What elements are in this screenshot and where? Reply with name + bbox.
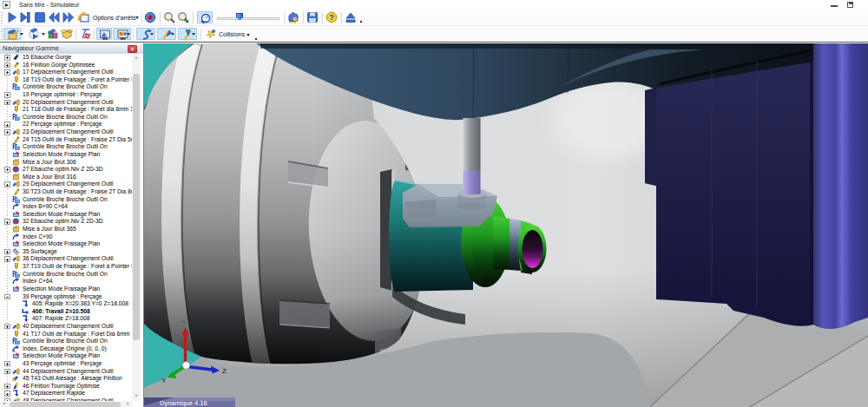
- svg-text:Z: Z: [222, 367, 227, 375]
- svg-text:Y: Y: [161, 377, 167, 384]
- svg-text:?: ?: [329, 13, 334, 22]
- svg-text:×: ×: [181, 318, 186, 325]
- svg-text:Dynamique 4.16: Dynamique 4.16: [160, 399, 207, 407]
